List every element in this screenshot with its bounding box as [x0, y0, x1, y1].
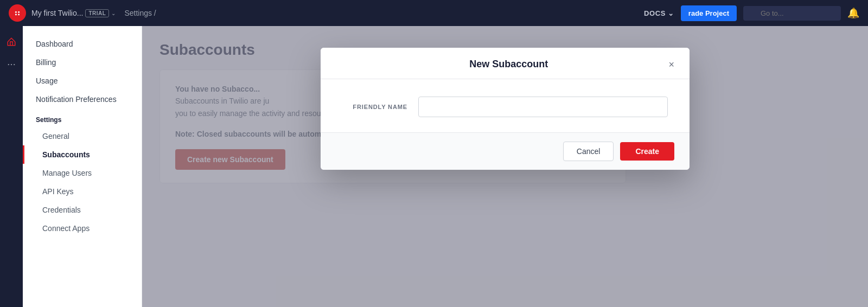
twilio-logo-icon: [9, 4, 26, 22]
topbar-right: DOCS ⌄ rade Project ⌕ 🔔: [644, 5, 859, 21]
sidebar-item-dashboard[interactable]: Dashboard: [23, 35, 142, 53]
sidebar-item-billing[interactable]: Billing: [23, 53, 142, 72]
search-wrapper: ⌕: [743, 6, 841, 21]
bell-icon[interactable]: 🔔: [847, 7, 859, 19]
sidebar-item-subaccounts[interactable]: Subaccounts: [23, 145, 142, 164]
svg-point-4: [18, 14, 20, 15]
search-input[interactable]: [743, 6, 841, 21]
svg-point-2: [18, 11, 20, 13]
sidebar-item-general[interactable]: General: [23, 127, 142, 145]
svg-point-6: [11, 64, 12, 65]
friendly-name-label: FRIENDLY NAME: [342, 104, 407, 110]
twilio-logo: [9, 4, 26, 22]
trial-badge: TRIAL: [85, 9, 109, 17]
account-name: My first Twilio...: [31, 9, 83, 17]
sidebar-dots-icon[interactable]: [2, 55, 21, 74]
account-chevron-icon[interactable]: ⌄: [111, 10, 116, 16]
modal-header: New Subaccount ×: [321, 48, 690, 79]
sidebar-item-credentials[interactable]: Credentials: [23, 201, 142, 219]
sidebar-home-icon[interactable]: [2, 33, 21, 51]
svg-point-1: [15, 11, 17, 13]
topbar: My first Twilio... TRIAL ⌄ Settings / DO…: [0, 0, 868, 26]
sidebar-item-notification-preferences[interactable]: Notification Preferences: [23, 90, 142, 108]
cancel-button[interactable]: Cancel: [563, 142, 614, 161]
svg-point-7: [14, 64, 15, 65]
breadcrumb: Settings /: [124, 9, 156, 17]
content-area: Subaccounts You have no Subacco... Subac…: [142, 26, 868, 307]
sidebar-item-api-keys[interactable]: API Keys: [23, 182, 142, 201]
svg-point-3: [15, 14, 17, 15]
friendly-name-input[interactable]: [418, 97, 668, 117]
form-row-friendly-name: FRIENDLY NAME: [342, 97, 668, 117]
modal-overlay: New Subaccount × FRIENDLY NAME Cancel: [142, 26, 868, 307]
modal-dialog: New Subaccount × FRIENDLY NAME Cancel: [321, 48, 690, 170]
sidebar-item-connect-apps[interactable]: Connect Apps: [23, 219, 142, 238]
settings-section-header: Settings: [23, 108, 142, 127]
modal-close-button[interactable]: ×: [668, 60, 674, 69]
svg-point-5: [8, 64, 9, 65]
sidebar-item-usage[interactable]: Usage: [23, 72, 142, 90]
create-button[interactable]: Create: [620, 142, 674, 161]
modal-footer: Cancel Create: [321, 132, 690, 170]
svg-point-0: [14, 9, 22, 17]
main-layout: Dashboard Billing Usage Notification Pre…: [0, 26, 868, 307]
icon-sidebar: [0, 26, 23, 307]
chevron-down-icon: ⌄: [668, 9, 674, 17]
upgrade-button[interactable]: rade Project: [681, 5, 737, 21]
modal-body: FRIENDLY NAME: [321, 79, 690, 132]
topbar-left: My first Twilio... TRIAL ⌄ Settings /: [9, 4, 156, 22]
docs-button[interactable]: DOCS ⌄: [644, 9, 674, 17]
sidebar-item-manage-users[interactable]: Manage Users: [23, 164, 142, 182]
modal-title: New Subaccount: [349, 59, 668, 70]
topbar-account[interactable]: My first Twilio... TRIAL ⌄: [31, 9, 116, 17]
nav-sidebar: Dashboard Billing Usage Notification Pre…: [23, 26, 142, 307]
